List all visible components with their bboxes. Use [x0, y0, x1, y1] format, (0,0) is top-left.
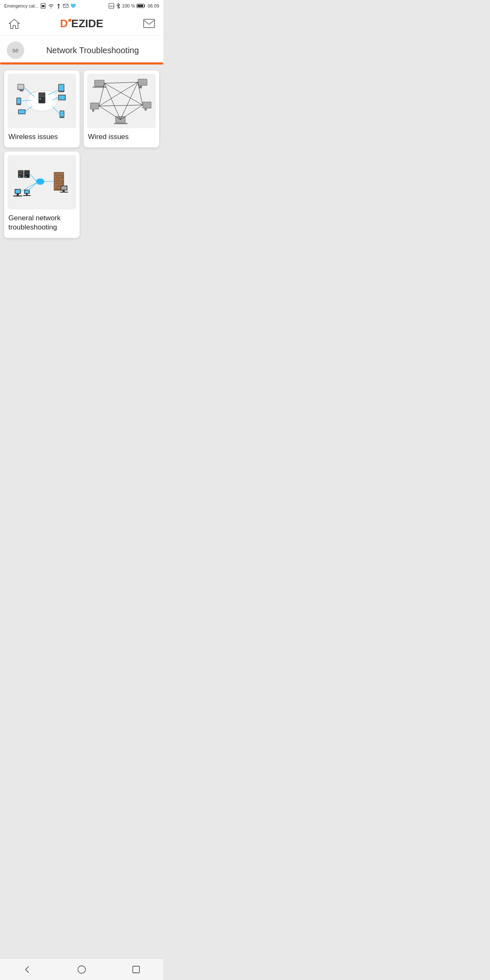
svg-rect-75 — [17, 194, 19, 196]
svg-rect-45 — [114, 123, 128, 124]
svg-rect-94 — [54, 187, 57, 189]
svg-rect-74 — [15, 190, 20, 193]
svg-line-23 — [26, 106, 32, 111]
wireless-illustration — [8, 74, 76, 128]
svg-rect-51 — [144, 108, 147, 111]
svg-rect-19 — [17, 98, 21, 104]
svg-rect-70 — [25, 173, 29, 174]
page-nav-row: se Network Troubleshooting — [7, 40, 157, 62]
svg-rect-16 — [39, 95, 45, 97]
wired-card[interactable]: Wired issues — [84, 70, 159, 147]
svg-rect-69 — [25, 171, 29, 172]
svg-point-63 — [36, 178, 44, 184]
battery-icon — [137, 3, 146, 8]
svg-rect-42 — [139, 85, 142, 88]
svg-rect-8 — [137, 5, 143, 7]
svg-rect-38 — [95, 80, 104, 86]
status-left: Emergency cal... — [4, 3, 76, 9]
svg-point-17 — [39, 98, 41, 100]
svg-point-67 — [19, 176, 20, 177]
bottom-spacer — [4, 238, 159, 267]
svg-rect-81 — [23, 195, 31, 196]
svg-line-59 — [99, 105, 142, 106]
svg-line-52 — [104, 82, 138, 83]
svg-rect-35 — [60, 111, 64, 116]
svg-text:NFC: NFC — [110, 5, 114, 8]
svg-rect-41 — [139, 80, 147, 85]
wifi-icon — [48, 3, 54, 8]
heart-icon — [70, 3, 76, 8]
bluetooth-icon — [116, 3, 120, 9]
wireless-card-image — [8, 74, 76, 128]
svg-rect-22 — [19, 110, 25, 113]
logo-dot — [68, 19, 71, 22]
svg-rect-90 — [54, 181, 57, 183]
wireless-card[interactable]: Wireless issues — [4, 70, 80, 147]
home-button[interactable] — [7, 16, 22, 31]
svg-line-60 — [99, 106, 120, 120]
cards-grid: Wireless issues — [4, 70, 159, 238]
general-illustration — [8, 155, 76, 209]
svg-line-54 — [104, 83, 142, 105]
logo-d: D — [60, 17, 68, 30]
general-card[interactable]: General network troubleshooting — [4, 152, 80, 238]
svg-rect-50 — [143, 102, 151, 108]
svg-rect-100 — [60, 192, 68, 193]
svg-rect-66 — [19, 173, 23, 174]
back-label: se — [13, 47, 19, 54]
svg-rect-84 — [54, 173, 59, 175]
general-card-image — [8, 155, 76, 209]
svg-point-3 — [58, 8, 59, 9]
svg-point-71 — [26, 176, 26, 177]
wired-illustration — [87, 74, 156, 128]
emergency-call-text: Emergency cal... — [4, 3, 39, 8]
svg-rect-80 — [26, 194, 28, 195]
time-text: 08.09 — [147, 3, 159, 8]
page-title: Network Troubleshooting — [28, 46, 157, 55]
back-button[interactable]: se — [7, 41, 24, 59]
status-bar: Emergency cal... NFC 100 % 08.09 — [0, 0, 163, 12]
svg-line-72 — [30, 174, 36, 181]
wired-card-image — [87, 74, 156, 128]
mail-button[interactable] — [142, 16, 157, 31]
svg-rect-92 — [54, 184, 59, 186]
svg-rect-31 — [18, 85, 23, 89]
page-header: se Network Troubleshooting — [0, 36, 163, 64]
svg-rect-86 — [54, 176, 57, 178]
app-logo: D EZIDE — [60, 17, 103, 30]
svg-rect-85 — [59, 173, 63, 175]
svg-rect-91 — [57, 181, 62, 183]
main-content: Wireless issues — [0, 64, 163, 273]
svg-rect-47 — [91, 103, 98, 109]
wired-card-label: Wired issues — [84, 128, 159, 147]
svg-rect-39 — [93, 87, 106, 88]
svg-rect-65 — [19, 171, 23, 172]
mail-icon — [143, 19, 155, 28]
usb-icon — [56, 3, 61, 9]
logo-rest: EZIDE — [71, 17, 103, 30]
svg-rect-87 — [57, 176, 62, 178]
svg-rect-99 — [63, 191, 65, 192]
svg-line-56 — [99, 82, 138, 106]
svg-rect-48 — [92, 109, 94, 111]
svg-rect-15 — [39, 93, 45, 95]
svg-rect-9 — [144, 19, 155, 28]
svg-rect-88 — [54, 178, 59, 181]
svg-rect-1 — [42, 5, 44, 7]
wireless-card-label: Wireless issues — [4, 128, 80, 147]
svg-rect-76 — [13, 196, 22, 196]
svg-rect-89 — [59, 178, 63, 181]
mail-small-icon — [63, 4, 69, 8]
general-card-label: General network troubleshooting — [4, 209, 80, 238]
nfc-icon: NFC — [108, 3, 114, 9]
app-header: D EZIDE — [0, 12, 163, 36]
svg-rect-25 — [59, 95, 65, 100]
battery-text: 100 % — [122, 3, 135, 8]
svg-rect-32 — [20, 90, 23, 91]
svg-rect-28 — [59, 85, 64, 91]
home-icon — [8, 18, 20, 29]
status-right: NFC 100 % 08.09 — [108, 3, 159, 9]
svg-line-36 — [52, 106, 59, 114]
sim-icon — [40, 3, 46, 9]
